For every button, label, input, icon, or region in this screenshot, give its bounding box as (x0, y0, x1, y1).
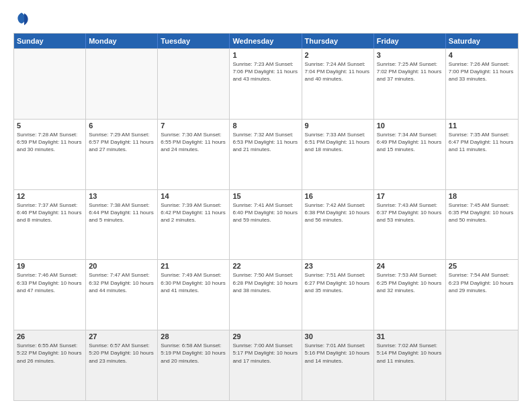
day-info: Sunrise: 7:51 AM Sunset: 6:27 PM Dayligh… (305, 271, 371, 294)
day-cell-19: 19Sunrise: 7:46 AM Sunset: 6:33 PM Dayli… (14, 260, 86, 330)
day-number: 26 (17, 332, 83, 340)
weekday-header-wednesday: Wednesday (230, 34, 302, 48)
day-info: Sunrise: 7:26 AM Sunset: 7:00 PM Dayligh… (449, 60, 515, 83)
calendar-row-4: 19Sunrise: 7:46 AM Sunset: 6:33 PM Dayli… (14, 259, 518, 330)
calendar-header: SundayMondayTuesdayWednesdayThursdayFrid… (14, 34, 518, 48)
day-info: Sunrise: 7:37 AM Sunset: 6:46 PM Dayligh… (17, 201, 83, 224)
day-info: Sunrise: 6:57 AM Sunset: 5:20 PM Dayligh… (89, 342, 154, 365)
day-info: Sunrise: 7:46 AM Sunset: 6:33 PM Dayligh… (17, 271, 83, 294)
day-cell-25: 25Sunrise: 7:54 AM Sunset: 6:23 PM Dayli… (446, 260, 518, 330)
day-info: Sunrise: 6:58 AM Sunset: 5:19 PM Dayligh… (161, 342, 226, 365)
calendar-body: 1Sunrise: 7:23 AM Sunset: 7:06 PM Daylig… (14, 48, 518, 400)
day-number: 19 (17, 262, 83, 270)
day-cell-30: 30Sunrise: 7:01 AM Sunset: 5:16 PM Dayli… (302, 330, 374, 400)
day-info: Sunrise: 7:42 AM Sunset: 6:38 PM Dayligh… (305, 201, 371, 224)
empty-cell (158, 49, 230, 119)
day-number: 7 (161, 122, 226, 130)
day-number: 15 (232, 192, 298, 200)
weekday-header-saturday: Saturday (446, 34, 518, 48)
weekday-header-monday: Monday (86, 34, 158, 48)
day-cell-26: 26Sunrise: 6:55 AM Sunset: 5:22 PM Dayli… (14, 330, 86, 400)
calendar-row-3: 12Sunrise: 7:37 AM Sunset: 6:46 PM Dayli… (14, 189, 518, 260)
day-info: Sunrise: 7:47 AM Sunset: 6:32 PM Dayligh… (89, 271, 154, 294)
day-number: 16 (305, 192, 371, 200)
day-number: 13 (89, 192, 154, 200)
empty-cell (14, 49, 86, 119)
day-info: Sunrise: 7:53 AM Sunset: 6:25 PM Dayligh… (377, 271, 443, 294)
day-cell-1: 1Sunrise: 7:23 AM Sunset: 7:06 PM Daylig… (230, 49, 302, 119)
weekday-header-thursday: Thursday (302, 34, 374, 48)
day-cell-10: 10Sunrise: 7:34 AM Sunset: 6:49 PM Dayli… (374, 120, 446, 189)
day-cell-28: 28Sunrise: 6:58 AM Sunset: 5:19 PM Dayli… (158, 330, 230, 400)
day-cell-24: 24Sunrise: 7:53 AM Sunset: 6:25 PM Dayli… (374, 260, 446, 330)
day-cell-29: 29Sunrise: 7:00 AM Sunset: 5:17 PM Dayli… (230, 330, 302, 400)
day-number: 30 (305, 332, 371, 340)
day-info: Sunrise: 7:45 AM Sunset: 6:35 PM Dayligh… (449, 201, 515, 224)
day-cell-31: 31Sunrise: 7:02 AM Sunset: 5:14 PM Dayli… (374, 330, 446, 400)
day-cell-4: 4Sunrise: 7:26 AM Sunset: 7:00 PM Daylig… (446, 49, 518, 119)
day-number: 9 (305, 122, 371, 130)
day-info: Sunrise: 7:24 AM Sunset: 7:04 PM Dayligh… (305, 60, 371, 83)
day-number: 8 (232, 122, 298, 130)
day-number: 27 (89, 332, 154, 340)
empty-cell (86, 49, 158, 119)
day-info: Sunrise: 7:39 AM Sunset: 6:42 PM Dayligh… (161, 201, 226, 224)
day-info: Sunrise: 7:43 AM Sunset: 6:37 PM Dayligh… (377, 201, 443, 224)
day-info: Sunrise: 7:23 AM Sunset: 7:06 PM Dayligh… (232, 60, 298, 83)
day-cell-8: 8Sunrise: 7:32 AM Sunset: 6:53 PM Daylig… (230, 120, 302, 189)
day-cell-15: 15Sunrise: 7:41 AM Sunset: 6:40 PM Dayli… (230, 190, 302, 260)
day-number: 21 (161, 262, 226, 270)
day-cell-6: 6Sunrise: 7:29 AM Sunset: 6:57 PM Daylig… (86, 120, 158, 189)
day-info: Sunrise: 7:02 AM Sunset: 5:14 PM Dayligh… (377, 342, 443, 365)
logo (13, 10, 32, 26)
page: SundayMondayTuesdayWednesdayThursdayFrid… (0, 0, 532, 411)
weekday-header-friday: Friday (374, 34, 446, 48)
day-number: 29 (232, 332, 298, 340)
day-cell-9: 9Sunrise: 7:33 AM Sunset: 6:51 PM Daylig… (302, 120, 374, 189)
empty-cell (446, 330, 518, 400)
day-number: 25 (449, 262, 515, 270)
day-info: Sunrise: 7:50 AM Sunset: 6:28 PM Dayligh… (232, 271, 298, 294)
calendar-row-1: 1Sunrise: 7:23 AM Sunset: 7:06 PM Daylig… (14, 48, 518, 119)
day-number: 28 (161, 332, 226, 340)
day-info: Sunrise: 7:35 AM Sunset: 6:47 PM Dayligh… (449, 131, 515, 154)
day-cell-23: 23Sunrise: 7:51 AM Sunset: 6:27 PM Dayli… (302, 260, 374, 330)
day-info: Sunrise: 7:54 AM Sunset: 6:23 PM Dayligh… (449, 271, 515, 294)
day-number: 2 (305, 51, 371, 59)
day-number: 31 (377, 332, 443, 340)
day-info: Sunrise: 7:01 AM Sunset: 5:16 PM Dayligh… (305, 342, 371, 365)
day-number: 10 (377, 122, 443, 130)
day-cell-20: 20Sunrise: 7:47 AM Sunset: 6:32 PM Dayli… (86, 260, 158, 330)
header (13, 10, 519, 26)
day-number: 23 (305, 262, 371, 270)
day-number: 11 (449, 122, 515, 130)
day-info: Sunrise: 7:29 AM Sunset: 6:57 PM Dayligh… (89, 131, 154, 154)
day-info: Sunrise: 7:41 AM Sunset: 6:40 PM Dayligh… (232, 201, 298, 224)
day-info: Sunrise: 7:34 AM Sunset: 6:49 PM Dayligh… (377, 131, 443, 154)
day-info: Sunrise: 7:38 AM Sunset: 6:44 PM Dayligh… (89, 201, 154, 224)
day-number: 18 (449, 192, 515, 200)
day-cell-27: 27Sunrise: 6:57 AM Sunset: 5:20 PM Dayli… (86, 330, 158, 400)
day-number: 14 (161, 192, 226, 200)
calendar: SundayMondayTuesdayWednesdayThursdayFrid… (13, 33, 519, 401)
day-cell-2: 2Sunrise: 7:24 AM Sunset: 7:04 PM Daylig… (302, 49, 374, 119)
day-info: Sunrise: 6:55 AM Sunset: 5:22 PM Dayligh… (17, 342, 83, 365)
calendar-row-5: 26Sunrise: 6:55 AM Sunset: 5:22 PM Dayli… (14, 330, 518, 400)
day-number: 1 (232, 51, 298, 59)
day-number: 20 (89, 262, 154, 270)
day-cell-11: 11Sunrise: 7:35 AM Sunset: 6:47 PM Dayli… (446, 120, 518, 189)
day-number: 17 (377, 192, 443, 200)
day-cell-14: 14Sunrise: 7:39 AM Sunset: 6:42 PM Dayli… (158, 190, 230, 260)
day-cell-18: 18Sunrise: 7:45 AM Sunset: 6:35 PM Dayli… (446, 190, 518, 260)
day-info: Sunrise: 7:32 AM Sunset: 6:53 PM Dayligh… (232, 131, 298, 154)
day-cell-16: 16Sunrise: 7:42 AM Sunset: 6:38 PM Dayli… (302, 190, 374, 260)
day-cell-3: 3Sunrise: 7:25 AM Sunset: 7:02 PM Daylig… (374, 49, 446, 119)
day-cell-21: 21Sunrise: 7:49 AM Sunset: 6:30 PM Dayli… (158, 260, 230, 330)
day-cell-13: 13Sunrise: 7:38 AM Sunset: 6:44 PM Dayli… (86, 190, 158, 260)
day-info: Sunrise: 7:25 AM Sunset: 7:02 PM Dayligh… (377, 60, 443, 83)
weekday-header-tuesday: Tuesday (158, 34, 230, 48)
day-number: 22 (232, 262, 298, 270)
day-number: 6 (89, 122, 154, 130)
day-cell-5: 5Sunrise: 7:28 AM Sunset: 6:59 PM Daylig… (14, 120, 86, 189)
day-info: Sunrise: 7:33 AM Sunset: 6:51 PM Dayligh… (305, 131, 371, 154)
